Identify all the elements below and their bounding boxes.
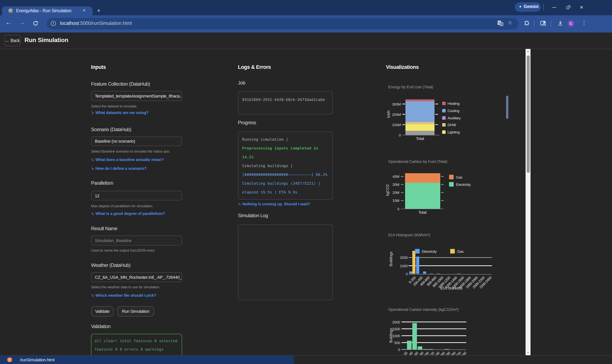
- toolbar-separator-2: [551, 21, 551, 27]
- bar-segment-auxiliary: [405, 122, 435, 122]
- parallelism-help-link[interactable]: ↳What is a good degree of parallelism?: [91, 211, 165, 216]
- extensions-icon[interactable]: [524, 20, 530, 26]
- tick-mark: [402, 124, 405, 125]
- legend-swatch: [442, 116, 446, 119]
- feature-collection-label: Feature Collection (DataHub): [91, 81, 150, 87]
- url-text[interactable]: localhost:5000/runSimulation.html: [60, 21, 132, 26]
- x-axis-title: EUI buckets: [428, 286, 474, 290]
- run-simulation-button[interactable]: Run Simulation: [117, 306, 154, 317]
- site-info-icon[interactable]: i: [51, 21, 56, 26]
- y-tick-label: 40M: [386, 174, 399, 178]
- grid-line: [402, 329, 466, 329]
- browser-tab[interactable]: EnergyAtlas - Run Simulation ×: [2, 6, 93, 15]
- scenario-label: Scenario (DataHub): [91, 127, 131, 132]
- hist-bar-gas: [412, 251, 416, 274]
- y-tick-label: 30M: [386, 182, 399, 187]
- weather-help-link[interactable]: ↳Which weather file should I pick?: [91, 293, 156, 298]
- weather-label: Weather (DataHub): [91, 263, 131, 268]
- progress-wait-link[interactable]: ↳Nothing is coming up. Should I wait?: [238, 202, 310, 206]
- y-tick-label: 100M: [387, 123, 401, 127]
- back-nav-icon[interactable]: ←: [5, 19, 12, 26]
- legend-label: Electricity: [456, 182, 471, 187]
- weather-help-link-label: Which weather file should I pick?: [95, 293, 156, 298]
- viz-column-scrollbar-thumb[interactable]: [506, 96, 508, 119]
- feature-collection-select[interactable]: Templated_templateAssignmentSample_Ithac…: [91, 91, 182, 101]
- job-label: Job: [238, 80, 245, 86]
- x-category-label: Total: [405, 210, 440, 214]
- scenario-select[interactable]: Baseline (no scenario): [91, 136, 182, 146]
- progress-wait-link-label: Nothing is coming up. Should I wait?: [242, 202, 310, 206]
- y-tick-label: 300M: [387, 102, 401, 106]
- y-tick-label: 10M: [386, 199, 399, 203]
- return-arrow-icon: ↳: [238, 202, 241, 206]
- hist-bar-buildings: [412, 323, 417, 350]
- legend-swatch: [415, 249, 420, 254]
- legend-label: DHW: [448, 123, 456, 127]
- toolbar-separator: [534, 21, 534, 27]
- baseline-help-link[interactable]: ↳What does a baseline actually mean?: [91, 157, 164, 162]
- return-arrow-icon: ↳: [91, 166, 94, 170]
- status-bar: /runSimulation.html >_: [0, 355, 612, 364]
- parallelism-help: Max degree of parallelism for simulation…: [91, 204, 153, 208]
- minimize-button[interactable]: [552, 7, 556, 8]
- bar-segment-cooling: [405, 102, 435, 122]
- chart-title: Operational Carbon by Fuel (Total): [388, 159, 447, 164]
- weather-select[interactable]: CZ_6A_USA_MN_Rochester.Intl_.AP_.726440_…: [91, 272, 182, 282]
- chart-title: EUI Histogram (kWh/m²): [388, 233, 430, 237]
- tick-mark: [402, 114, 405, 115]
- scrollbar-down-arrow[interactable]: ▼: [526, 351, 531, 354]
- reading-mode-icon[interactable]: [540, 20, 546, 26]
- x-category-label: Total: [405, 136, 435, 141]
- translate-icon[interactable]: G: [497, 20, 503, 26]
- restore-button[interactable]: [567, 6, 569, 9]
- tick-mark: [435, 124, 438, 125]
- bookmark-star-icon[interactable]: ☆: [507, 20, 512, 26]
- hist-bar-electricity: [430, 273, 433, 274]
- page-title: Run Simulation: [25, 37, 68, 44]
- legend-swatch: [442, 130, 446, 134]
- feature-collection-help: Select the dataset to simulate.: [91, 104, 137, 108]
- y-axis-label: Buildings: [389, 249, 393, 269]
- close-window-button[interactable]: ×: [580, 4, 583, 10]
- new-tab-button[interactable]: +: [96, 7, 102, 13]
- scrollbar-up-arrow[interactable]: ▲: [526, 50, 531, 52]
- download-icon[interactable]: [557, 20, 563, 26]
- profile-avatar[interactable]: C: [568, 20, 574, 26]
- tick-mark: [402, 104, 405, 104]
- reload-icon[interactable]: [32, 20, 39, 26]
- kebab-menu-icon[interactable]: ⋮: [581, 20, 587, 26]
- scenario-help: Select Baseline scenario to simulate the…: [91, 149, 170, 153]
- legend-swatch: [449, 175, 454, 179]
- bar-segment-gas: [405, 173, 440, 183]
- back-button[interactable]: ← Back: [4, 35, 21, 46]
- tab-close-icon[interactable]: ×: [81, 8, 87, 14]
- hist-bar-buildings: [429, 349, 433, 350]
- progress-line: Simulating buildings |: [242, 161, 329, 170]
- define-scenario-link-label: How do I define a scenario?: [95, 166, 146, 170]
- job-id-box: 931b26b9-2631-4428-b8cb-2673dad1cabe: [238, 91, 333, 114]
- result-name-input[interactable]: [91, 235, 182, 246]
- y-tick-label: 0: [386, 207, 399, 211]
- grid-line: [402, 322, 466, 322]
- progress-line: [###################——————————] 66.2%: [242, 170, 329, 179]
- y-tick-label: 0: [387, 133, 401, 137]
- hist-bar-electricity: [423, 272, 426, 274]
- bar-segment--unlabeled-gray-segment-: [405, 131, 435, 135]
- x-axis-line: [402, 135, 439, 135]
- y-tick-label: 200M: [387, 112, 401, 117]
- validate-button[interactable]: Validate: [91, 306, 114, 317]
- forward-nav-icon[interactable]: →: [19, 19, 25, 26]
- legend-swatch: [449, 182, 454, 187]
- datasets-help-link[interactable]: ↳What datasets are we using?: [91, 110, 149, 115]
- result-name-label: Result Name: [91, 226, 118, 231]
- tick-mark: [441, 176, 444, 177]
- legend-label: Auxiliary: [448, 116, 461, 120]
- define-scenario-link[interactable]: ↳How do I define a scenario?: [91, 166, 146, 170]
- legend-label: Heating: [448, 101, 460, 105]
- legend-label: Electricity: [422, 249, 437, 254]
- parallelism-input[interactable]: [91, 191, 182, 200]
- page-scrollbar-thumb[interactable]: [527, 55, 530, 173]
- legend-swatch: [442, 102, 446, 105]
- tick-mark: [401, 192, 403, 193]
- gemini-sparkle-icon: ✦: [519, 4, 522, 9]
